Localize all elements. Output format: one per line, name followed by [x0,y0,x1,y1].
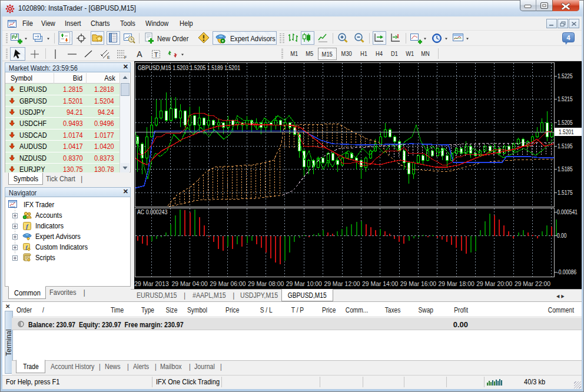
svg-text:T: T [154,51,158,58]
svg-text:1.5205: 1.5205 [558,119,573,126]
svg-text:1.5215: 1.5215 [558,97,573,103]
svg-text:-0.00086: -0.00086 [557,269,576,275]
svg-text:29 Mar 08:00: 29 Mar 08:00 [248,281,284,287]
svg-text:E: E [107,55,110,59]
svg-text:29 Mar 04:00: 29 Mar 04:00 [172,281,208,287]
svg-text:29 Mar 2013: 29 Mar 2013 [134,281,169,287]
svg-text:0.00: 0.00 [557,232,566,239]
svg-text:1.5185: 1.5185 [558,167,573,173]
svg-text:1.5201: 1.5201 [559,129,574,135]
svg-text:1.5175: 1.5175 [558,190,573,196]
svg-text:F: F [124,55,127,59]
svg-text:29 Mar 22:00: 29 Mar 22:00 [515,281,550,287]
svg-text:GBPUSD,M15 1.5203 1.5205 1.51: GBPUSD,M15 1.5203 1.5205 1.5189 1.5201 [138,64,240,71]
svg-text:A: A [137,49,142,59]
svg-text:29 Mar 16:00: 29 Mar 16:00 [400,281,436,287]
svg-text:1.5195: 1.5195 [558,143,573,150]
svg-text:4: 4 [566,34,570,41]
svg-text:AC 0.000243: AC 0.000243 [137,208,168,215]
svg-text:1.5225: 1.5225 [558,73,573,79]
svg-text:29 Mar 14:00: 29 Mar 14:00 [362,281,398,287]
svg-text:29 Mar 18:00: 29 Mar 18:00 [438,281,474,287]
svg-text:29 Mar 06:00: 29 Mar 06:00 [210,281,245,287]
svg-text:29 Mar 12:00: 29 Mar 12:00 [324,281,360,287]
svg-text:0.000541: 0.000541 [557,209,578,215]
svg-text:29 Mar 20:00: 29 Mar 20:00 [476,281,512,287]
svg-text:29 Mar 10:00: 29 Mar 10:00 [286,281,322,287]
